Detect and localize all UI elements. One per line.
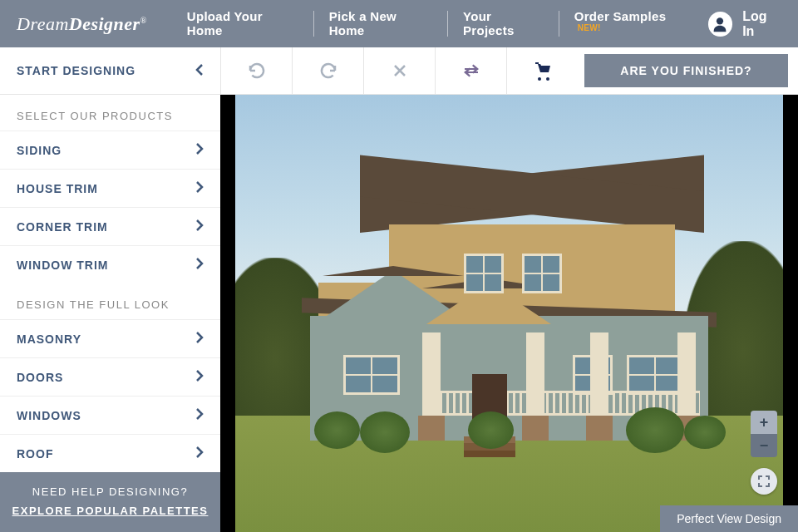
nav-pick-new-home[interactable]: Pick a New Home <box>314 9 448 38</box>
zoom-controls: + − <box>751 411 777 457</box>
main-area: SELECT OUR PRODUCTS SIDING HOUSE TRIM CO… <box>0 95 798 532</box>
logo-pre: Dream <box>17 13 69 34</box>
close-button[interactable] <box>363 47 435 94</box>
svg-point-0 <box>717 17 723 24</box>
new-badge: NEW! <box>578 23 601 32</box>
sidebar-item-label: DOORS <box>17 371 63 384</box>
sidebar-item-doors[interactable]: DOORS <box>0 357 220 396</box>
chevron-right-icon <box>196 143 204 157</box>
zoom-out-button[interactable]: − <box>751 434 777 457</box>
explore-palettes-link[interactable]: EXPLORE POPULAR PALETTES <box>8 501 212 520</box>
start-designing-label: START DESIGNING <box>17 64 135 77</box>
sidebar-item-label: MASONRY <box>17 332 81 346</box>
nav-upload-your-home[interactable]: Upload Your Home <box>172 9 314 38</box>
chevron-right-icon <box>196 370 204 384</box>
sidebar: SELECT OUR PRODUCTS SIDING HOUSE TRIM CO… <box>0 95 220 532</box>
bush-decoration <box>626 407 684 453</box>
zoom-in-button[interactable]: + <box>751 411 777 434</box>
toolbar: ARE YOU FINISHED? <box>220 47 798 94</box>
sidebar-item-window-trim[interactable]: WINDOW TRIM <box>0 245 220 283</box>
bush-decoration <box>360 411 410 453</box>
section-header-design: DESIGN THE FULL LOOK <box>0 283 220 319</box>
window <box>343 355 400 395</box>
subheader: START DESIGNING ARE YOU FINISHED? <box>0 47 798 95</box>
chevron-right-icon <box>196 181 204 195</box>
compare-button[interactable] <box>435 47 506 94</box>
perfect-view-button[interactable]: Perfect View Design <box>660 505 798 532</box>
nav-your-projects[interactable]: Your Projects <box>448 9 559 38</box>
bush-decoration <box>314 411 360 449</box>
sidebar-item-label: WINDOWS <box>17 409 81 422</box>
nav-order-samples-label: Order Samples <box>574 9 667 23</box>
sidebar-item-label: ROOF <box>17 447 53 461</box>
chevron-right-icon <box>196 446 204 461</box>
undo-button[interactable] <box>220 47 292 94</box>
sidebar-item-house-trim[interactable]: HOUSE TRIM <box>0 169 220 207</box>
bush-decoration <box>468 411 514 449</box>
registered-mark: ® <box>140 15 147 24</box>
help-title: NEED HELP DESIGNING? <box>8 482 212 501</box>
chevron-right-icon <box>196 408 204 422</box>
sidebar-item-masonry[interactable]: MASONRY <box>0 319 220 357</box>
chevron-right-icon <box>196 258 204 272</box>
finished-button[interactable]: ARE YOU FINISHED? <box>584 54 788 87</box>
window <box>627 355 683 395</box>
sidebar-item-siding[interactable]: SIDING <box>0 131 220 169</box>
nav-order-samples[interactable]: Order Samples NEW! <box>559 9 708 38</box>
header-right: Log In <box>708 9 781 39</box>
logo[interactable]: DreamDesigner® <box>17 13 147 35</box>
redo-button[interactable] <box>292 47 363 94</box>
section-header-products: SELECT OUR PRODUCTS <box>0 95 220 131</box>
avatar-icon[interactable] <box>708 12 732 37</box>
window <box>522 254 562 293</box>
chevron-right-icon <box>196 332 204 346</box>
sidebar-item-label: WINDOW TRIM <box>17 259 109 272</box>
sidebar-item-roof[interactable]: ROOF <box>0 434 220 472</box>
login-button[interactable]: Log In <box>742 9 781 39</box>
sidebar-item-label: HOUSE TRIM <box>17 182 98 195</box>
design-canvas[interactable]: + − Perfect View Design <box>220 95 798 532</box>
sidebar-item-label: SIDING <box>17 144 62 157</box>
sidebar-item-corner-trim[interactable]: CORNER TRIM <box>0 207 220 245</box>
chevron-left-icon <box>195 64 204 78</box>
chevron-right-icon <box>196 219 204 234</box>
house-render <box>293 175 725 441</box>
sidebar-item-label: CORNER TRIM <box>17 220 108 234</box>
bush-decoration <box>684 416 726 449</box>
house-scene <box>235 95 783 532</box>
fullscreen-button[interactable] <box>751 468 777 495</box>
start-designing-panel-header[interactable]: START DESIGNING <box>0 47 220 94</box>
main-nav: Upload Your Home Pick a New Home Your Pr… <box>172 9 708 38</box>
header-bar: DreamDesigner® Upload Your Home Pick a N… <box>0 0 798 47</box>
cart-button[interactable] <box>506 47 578 94</box>
sidebar-item-windows[interactable]: WINDOWS <box>0 396 220 434</box>
logo-post: Designer <box>69 13 140 34</box>
window <box>464 254 504 293</box>
help-box: NEED HELP DESIGNING? EXPLORE POPULAR PAL… <box>0 472 220 532</box>
